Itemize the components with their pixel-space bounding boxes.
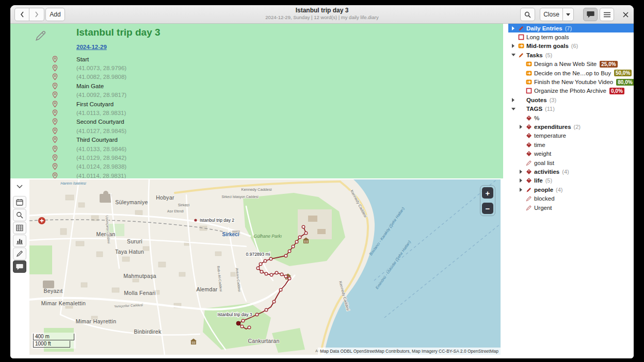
- chevron-down-icon: [566, 13, 570, 16]
- add-button-label: Add: [50, 11, 60, 18]
- window-close-button[interactable]: [619, 8, 632, 21]
- entry-line: Third Courtyard: [10, 136, 503, 144]
- entry-line: (41.0127, 28.9845): [10, 126, 503, 135]
- edit-pencil-icon: [34, 29, 47, 44]
- tree-item-tag[interactable]: goal list: [508, 158, 634, 167]
- expander-icon[interactable]: [509, 54, 517, 56]
- close-entry-button[interactable]: Close: [540, 8, 563, 21]
- add-button[interactable]: Add: [45, 8, 65, 21]
- expander-icon[interactable]: [517, 188, 525, 192]
- plus-marker[interactable]: [38, 217, 45, 224]
- progress-badge: 80,0%: [616, 79, 634, 86]
- map-label-babiali: Bab-ı Ali Caddesi: [217, 266, 223, 291]
- tree-item-tags[interactable]: TAGS (11): [508, 105, 634, 113]
- map-viewport[interactable]: Süleymaniye Hobyar Mercan Sururi Taya Ha…: [29, 179, 501, 355]
- map-pin-icon: [52, 56, 58, 63]
- tree-item-daily-entries[interactable]: Daily Entries (7): [508, 24, 634, 32]
- tree-item-task[interactable]: Design a New Web Site 25,0%: [508, 60, 634, 69]
- map-pin-icon: [52, 163, 58, 170]
- tree-item-tag[interactable]: weight: [508, 149, 634, 158]
- tree-item-tag-expenditures[interactable]: expenditures (2): [508, 122, 634, 131]
- expander-icon[interactable]: [509, 26, 517, 30]
- expander-icon[interactable]: [517, 178, 525, 183]
- tree-item-tasks[interactable]: Tasks (5): [508, 51, 634, 59]
- tree-item-long-term-goals[interactable]: Long term goals: [508, 32, 634, 41]
- tree-item-tag[interactable]: temperature: [508, 131, 634, 140]
- map-label-gulhane: Gülhane Parkı: [254, 234, 282, 239]
- todo-checkbox-icon: [525, 88, 533, 94]
- expander-icon[interactable]: [509, 44, 517, 48]
- entry-editor[interactable]: Istanbul trip day 3 2024-12-29 Start (41…: [10, 24, 503, 178]
- close-dropdown-button[interactable]: [563, 8, 574, 21]
- tree-item-tag[interactable]: blocked: [508, 194, 634, 203]
- entry-body: Start (41.0073, 28.9796) (41.0082, 28.98…: [10, 55, 503, 178]
- search-icon: [524, 11, 531, 18]
- route-end-marker[interactable]: [236, 321, 240, 325]
- tree-item-mid-term-goals[interactable]: Mid-term goals (6): [508, 42, 634, 51]
- expander-icon[interactable]: [509, 98, 517, 102]
- map-comment-toggle-button[interactable]: [13, 260, 26, 273]
- tree-item-task[interactable]: Decide on the Ne…op to Buy 50,0%: [508, 69, 634, 77]
- map-pin-icon: [52, 118, 58, 125]
- close-icon: [623, 12, 629, 18]
- collapse-panel-button[interactable]: [13, 182, 26, 191]
- map-label-molla-fenari: Molla Fenari: [124, 290, 155, 296]
- day2-marker[interactable]: [194, 219, 197, 221]
- tag-icon: [525, 115, 533, 121]
- table-icon: [16, 224, 23, 232]
- map-pin-icon: [52, 127, 58, 135]
- draw-button[interactable]: [13, 248, 26, 260]
- map-label-sirkeci-station: Sirkeci: [222, 232, 239, 237]
- back-button[interactable]: [14, 8, 29, 21]
- tree-item-quotes[interactable]: Quotes (3): [508, 95, 634, 104]
- entry-line: (41.0082, 28.9808): [10, 73, 503, 81]
- tree-item-tag-activities[interactable]: activities (4): [508, 167, 634, 176]
- scale-imperial: 1000 ft: [33, 341, 70, 348]
- map-label-uzuncarsi: Uzunçarşı Caddesi: [105, 216, 111, 244]
- zoom-in-button[interactable]: +: [482, 187, 493, 199]
- comments-toggle-button[interactable]: [583, 8, 598, 21]
- map-label-sururi: Sururi: [127, 238, 142, 244]
- expander-icon[interactable]: [517, 125, 525, 129]
- map-label-mimar-hayrettin: Mimar Hayrettin: [76, 318, 117, 324]
- entry-line: Second Courtyard: [10, 118, 503, 126]
- search-icon: [16, 211, 23, 219]
- close-entry-label: Close: [543, 11, 559, 18]
- water-bosphorus: [324, 179, 501, 355]
- pencil-outline-icon: [525, 160, 533, 166]
- menu-button[interactable]: [600, 8, 614, 21]
- entry-date-link[interactable]: 2024-12-29: [76, 44, 107, 50]
- search-button[interactable]: [520, 8, 535, 21]
- map-label-binbirdirek: Binbirdirek: [134, 328, 162, 335]
- tree-item-tag[interactable]: Urgent: [508, 203, 634, 212]
- entry-line: (41.0073, 28.9796): [10, 63, 503, 72]
- expander-icon[interactable]: [517, 170, 525, 174]
- tag-icon: [525, 151, 533, 157]
- chevron-down-icon: [17, 185, 23, 188]
- entry-line: (41.0113, 28.9831): [10, 108, 503, 117]
- map-canvas: Süleymaniye Hobyar Mercan Sururi Taya Ha…: [29, 179, 501, 355]
- tree-item-tag[interactable]: %: [508, 113, 634, 122]
- chart-button[interactable]: [13, 235, 26, 247]
- table-button[interactable]: [13, 222, 26, 234]
- search-filter-button[interactable]: [13, 209, 26, 221]
- zoom-out-button[interactable]: −: [482, 203, 493, 214]
- expander-icon[interactable]: [509, 108, 517, 110]
- map-label-asir-efendi: Asır Efendi: [167, 209, 184, 213]
- pencil-outline-icon: [525, 195, 533, 202]
- window-title: Istanbul trip day 3: [139, 7, 505, 14]
- tree-item-tag-people[interactable]: people (4): [508, 185, 634, 194]
- tree-item-task[interactable]: Organize the Photo Archive 0,0%: [508, 87, 634, 95]
- tree-item-tag[interactable]: time: [508, 140, 634, 149]
- tag-icon: [525, 177, 533, 184]
- tree-item-tag-life[interactable]: life (5): [508, 176, 634, 185]
- calendar-button[interactable]: [13, 196, 26, 208]
- hamburger-icon: [604, 12, 610, 18]
- todo-checkbox-icon: [517, 34, 525, 40]
- map-label-kennedy-ne: Kennedy Caddesi: [349, 189, 368, 219]
- entry-line: (41.0129, 28.9842): [10, 153, 503, 162]
- map-label-cankurtaran: Cankurtaran: [248, 338, 279, 344]
- map-label-yeniceriler: Yeniçeriler Caddesi: [114, 303, 143, 309]
- tree-item-task[interactable]: Finish the New Youtube Video 80,0%: [508, 77, 634, 86]
- forward-button[interactable]: [29, 8, 44, 21]
